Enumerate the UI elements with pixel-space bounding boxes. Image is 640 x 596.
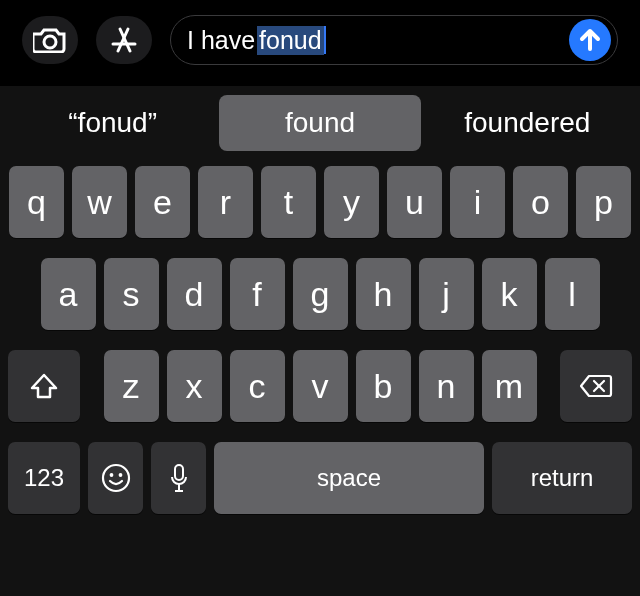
message-input[interactable]: I have fonud <box>170 15 618 65</box>
text-cursor <box>324 26 326 54</box>
svg-rect-4 <box>175 465 183 480</box>
key-return[interactable]: return <box>492 442 632 514</box>
key-n[interactable]: n <box>419 350 474 422</box>
key-j[interactable]: j <box>419 258 474 330</box>
input-text-plain: I have <box>187 26 255 55</box>
key-u[interactable]: u <box>387 166 442 238</box>
key-mode-switch[interactable]: 123 <box>8 442 80 514</box>
svg-point-1 <box>103 465 129 491</box>
suggestion-center[interactable]: found <box>219 95 420 151</box>
key-w[interactable]: w <box>72 166 127 238</box>
key-y[interactable]: y <box>324 166 379 238</box>
key-v[interactable]: v <box>293 350 348 422</box>
key-b[interactable]: b <box>356 350 411 422</box>
key-row-bottom: 123 space return <box>8 442 632 514</box>
suggestion-left[interactable]: “fonud” <box>12 95 213 151</box>
key-row-1: q w e r t y u i o p <box>8 166 632 238</box>
appstore-icon <box>109 25 139 55</box>
key-d[interactable]: d <box>167 258 222 330</box>
key-shift[interactable] <box>8 350 80 422</box>
mic-icon <box>169 463 189 493</box>
camera-button[interactable] <box>22 16 78 64</box>
svg-point-3 <box>118 473 122 477</box>
key-row-3: z x c v b n m <box>8 350 632 422</box>
key-s[interactable]: s <box>104 258 159 330</box>
suggestion-right[interactable]: foundered <box>427 95 628 151</box>
key-k[interactable]: k <box>482 258 537 330</box>
key-m[interactable]: m <box>482 350 537 422</box>
svg-point-2 <box>109 473 113 477</box>
key-a[interactable]: a <box>41 258 96 330</box>
key-c[interactable]: c <box>230 350 285 422</box>
key-dictation[interactable] <box>151 442 206 514</box>
key-g[interactable]: g <box>293 258 348 330</box>
key-grid: q w e r t y u i o p a s d f g h j k l <box>0 156 640 514</box>
send-arrow-icon <box>579 28 601 52</box>
appstore-button[interactable] <box>96 16 152 64</box>
key-t[interactable]: t <box>261 166 316 238</box>
key-row-2: a s d f g h j k l <box>8 258 632 330</box>
key-r[interactable]: r <box>198 166 253 238</box>
key-e[interactable]: e <box>135 166 190 238</box>
key-p[interactable]: p <box>576 166 631 238</box>
key-f[interactable]: f <box>230 258 285 330</box>
shift-icon <box>30 373 58 399</box>
camera-icon <box>33 27 67 53</box>
keyboard: “fonud” found foundered q w e r t y u i … <box>0 86 640 596</box>
suggestion-bar: “fonud” found foundered <box>0 90 640 156</box>
key-space[interactable]: space <box>214 442 484 514</box>
svg-point-0 <box>44 36 56 48</box>
send-button[interactable] <box>569 19 611 61</box>
backspace-icon <box>579 374 613 398</box>
input-text-highlight: fonud <box>257 26 324 55</box>
input-bar: I have fonud <box>0 0 640 86</box>
key-emoji[interactable] <box>88 442 143 514</box>
key-l[interactable]: l <box>545 258 600 330</box>
emoji-icon <box>101 463 131 493</box>
key-i[interactable]: i <box>450 166 505 238</box>
input-text: I have fonud <box>187 26 569 55</box>
key-z[interactable]: z <box>104 350 159 422</box>
key-row-3-letters: z x c v b n m <box>98 350 542 422</box>
key-h[interactable]: h <box>356 258 411 330</box>
key-o[interactable]: o <box>513 166 568 238</box>
key-x[interactable]: x <box>167 350 222 422</box>
key-backspace[interactable] <box>560 350 632 422</box>
key-q[interactable]: q <box>9 166 64 238</box>
